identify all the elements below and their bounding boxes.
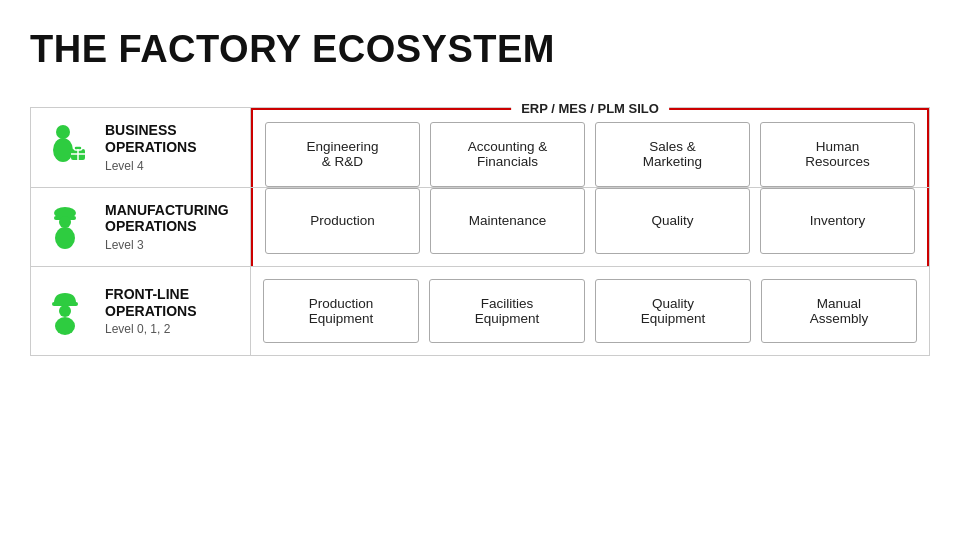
business-ops-row: BUSINESSOPERATIONS Level 4 Engineering& …: [31, 108, 929, 188]
manufacturing-ops-icon: [41, 203, 93, 251]
ecosystem-diagram: ERP / MES / PLM SILO: [30, 89, 930, 356]
svg-point-8: [59, 216, 71, 228]
business-ops-icon: [41, 123, 93, 171]
card-facilities-equipment: FacilitiesEquipment: [429, 279, 585, 343]
frontline-ops-title: FRONT-LINEOPERATIONS: [105, 286, 197, 320]
business-ops-panel: BUSINESSOPERATIONS Level 4: [31, 108, 251, 187]
manufacturing-ops-sub: Level 3: [105, 238, 229, 252]
manufacturing-ops-cards: Production Maintenance Quality Inventory: [251, 188, 929, 267]
business-ops-sub: Level 4: [105, 159, 197, 173]
svg-point-1: [53, 138, 73, 162]
svg-point-9: [55, 227, 75, 249]
manufacturing-ops-title: MANUFACTURINGOPERATIONS: [105, 202, 229, 236]
business-ops-title: BUSINESSOPERATIONS: [105, 122, 197, 156]
silo-label: ERP / MES / PLM SILO: [511, 101, 669, 116]
card-engineering: Engineering& R&D: [265, 122, 420, 187]
frontline-ops-sub: Level 0, 1, 2: [105, 322, 197, 336]
card-inventory: Inventory: [760, 188, 915, 255]
card-quality-equipment: QualityEquipment: [595, 279, 751, 343]
business-ops-label: BUSINESSOPERATIONS Level 4: [105, 122, 197, 173]
manufacturing-ops-label: MANUFACTURINGOPERATIONS Level 3: [105, 202, 229, 253]
frontline-ops-row: FRONT-LINEOPERATIONS Level 0, 1, 2 Produ…: [31, 267, 929, 355]
card-production-equipment: ProductionEquipment: [263, 279, 419, 343]
svg-point-12: [55, 317, 75, 335]
card-sales: Sales &Marketing: [595, 122, 750, 187]
business-ops-cards: Engineering& R&D Accounting &Financials …: [251, 108, 929, 187]
manufacturing-ops-row: MANUFACTURINGOPERATIONS Level 3 Producti…: [31, 188, 929, 268]
frontline-ops-label: FRONT-LINEOPERATIONS Level 0, 1, 2: [105, 286, 197, 337]
svg-point-11: [59, 305, 71, 317]
page: THE FACTORY ECOSYSTEM ERP / MES / PLM SI…: [0, 0, 960, 376]
frontline-ops-icon: [41, 287, 93, 335]
card-quality: Quality: [595, 188, 750, 255]
card-accounting: Accounting &Financials: [430, 122, 585, 187]
card-maintenance: Maintenance: [430, 188, 585, 255]
card-manual-assembly: ManualAssembly: [761, 279, 917, 343]
page-title: THE FACTORY ECOSYSTEM: [30, 28, 930, 71]
frontline-ops-panel: FRONT-LINEOPERATIONS Level 0, 1, 2: [31, 267, 251, 355]
card-production: Production: [265, 188, 420, 255]
card-hr: HumanResources: [760, 122, 915, 187]
manufacturing-ops-panel: MANUFACTURINGOPERATIONS Level 3: [31, 188, 251, 267]
svg-point-0: [56, 125, 70, 139]
frontline-ops-cards: ProductionEquipment FacilitiesEquipment …: [251, 267, 929, 355]
